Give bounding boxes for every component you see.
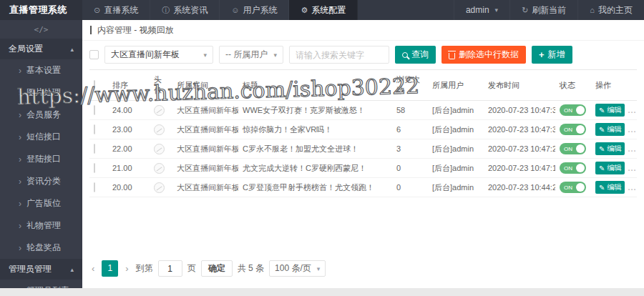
sidebar-item[interactable]: ›礼物管理: [0, 214, 82, 237]
empty-space: [82, 197, 644, 260]
sort-cell: 21.00: [108, 159, 150, 178]
pencil-icon: ✎: [599, 126, 605, 134]
user-icon: ☺: [231, 6, 239, 14]
edit-label: 编辑: [607, 105, 621, 115]
status-toggle[interactable]: ON: [560, 143, 586, 154]
breadcrumb: 内容管理 - 视频回放: [82, 20, 644, 41]
edit-button[interactable]: ✎编辑: [595, 181, 625, 194]
edit-button[interactable]: ✎编辑: [595, 104, 625, 117]
avatar: [154, 163, 165, 174]
sidebar-item[interactable]: ›短信接口: [0, 126, 82, 148]
avatar: [154, 105, 165, 116]
breadcrumb-text: 内容管理 - 视频回放: [97, 24, 174, 36]
goto-label: 到第: [136, 262, 153, 275]
search-button[interactable]: 查询: [395, 46, 436, 64]
toggle-on-label: ON: [560, 107, 572, 114]
table-row: 22.00大区直播间新年板C罗永不服老！加盟尤文全进球！3[后台]admin20…: [89, 139, 637, 159]
row-checkbox[interactable]: [94, 163, 95, 173]
edit-button[interactable]: ✎编辑: [595, 123, 625, 136]
top-menu-item[interactable]: ☺用户系统: [220, 0, 289, 20]
room-filter-select[interactable]: 大区直播间新年板 ▾: [104, 46, 213, 64]
row-checkbox[interactable]: [94, 182, 95, 192]
time-cell: 2020-07-23 10:47:12: [484, 159, 555, 178]
goto-page-input[interactable]: [158, 260, 182, 277]
sidebar-item-label: 资讯分类: [26, 175, 61, 187]
sidebar-item[interactable]: ›基本设置: [0, 59, 82, 82]
column-header: 头像: [150, 70, 172, 101]
status-toggle[interactable]: ON: [560, 162, 586, 174]
select-all-checkbox[interactable]: [94, 80, 95, 90]
row-checkbox[interactable]: [94, 105, 95, 115]
toggle-on-label: ON: [560, 146, 572, 152]
plus-icon: +: [539, 50, 545, 59]
more-actions[interactable]: ...: [628, 164, 636, 172]
views-cell: 58: [392, 101, 428, 120]
top-menu-item[interactable]: ⊙直播系统: [82, 0, 150, 20]
top-menu-label: 直播系统: [104, 4, 138, 16]
edit-label: 编辑: [607, 124, 621, 134]
info-icon: ⓘ: [162, 5, 170, 16]
select-all-checkbox-top[interactable]: [89, 50, 99, 59]
sidebar-group-title[interactable]: 全局设置▴: [0, 39, 82, 59]
row-checkbox[interactable]: [94, 124, 95, 134]
top-navbar: 直播管理系统 ⊙直播系统ⓘ系统资讯☺用户系统⚙系统配置 admin ▾ ↻刷新当…: [0, 0, 644, 20]
app-logo: 直播管理系统: [0, 0, 82, 20]
status-toggle[interactable]: ON: [560, 104, 586, 116]
video-icon: ⊙: [94, 6, 100, 15]
sidebar-group-title[interactable]: 管理员管理▴: [0, 259, 82, 280]
column-header: 标题: [238, 70, 392, 101]
per-page-select[interactable]: 100 条/页 ▾: [269, 260, 326, 277]
chevron-right-icon: ›: [19, 66, 21, 76]
top-menu-item[interactable]: ⓘ系统资讯: [150, 0, 220, 20]
user-filter-select[interactable]: -- 所属用户 ▾: [219, 46, 283, 64]
views-cell: 0: [392, 159, 428, 178]
status-toggle[interactable]: ON: [560, 124, 586, 135]
sidebar-item[interactable]: ›图片处理: [0, 82, 82, 104]
page-1-button[interactable]: 1: [102, 260, 118, 277]
top-menu-label: 用户系统: [243, 4, 277, 16]
prev-page-button[interactable]: ‹: [89, 263, 97, 274]
add-button[interactable]: + 新增: [532, 46, 572, 64]
views-cell: 3: [392, 139, 428, 159]
room-cell: 大区直播间新年板: [172, 139, 238, 159]
sidebar-group-label: 管理员管理: [9, 263, 52, 275]
status-toggle[interactable]: ON: [560, 182, 586, 193]
user-cell: [后台]admin: [428, 159, 484, 178]
user-cell: [后台]admin: [428, 101, 484, 120]
sidebar-item[interactable]: ›资讯分类: [0, 170, 82, 192]
top-action-homepage[interactable]: ⌂我的主页: [577, 0, 644, 20]
time-cell: 2020-07-23 10:44:26: [484, 178, 555, 197]
views-cell: 0: [392, 178, 428, 197]
user-menu[interactable]: admin ▾: [454, 0, 509, 20]
footer-strip: [0, 288, 644, 296]
more-actions[interactable]: ...: [628, 144, 636, 153]
delete-selected-button[interactable]: 删除选中行数据: [441, 46, 526, 64]
sidebar-item[interactable]: ›管理员列表: [0, 280, 82, 288]
more-actions[interactable]: ...: [628, 125, 636, 134]
keyword-search-input[interactable]: [289, 46, 389, 64]
chevron-right-icon: ›: [19, 221, 21, 231]
top-menu-label: 系统资讯: [173, 4, 208, 16]
collapse-sidebar-icon[interactable]: </>: [0, 20, 82, 39]
user-menu-label: admin: [466, 5, 489, 15]
chevron-right-icon: ›: [19, 199, 21, 209]
more-actions[interactable]: ...: [628, 183, 636, 192]
sidebar-item[interactable]: ›登陆接口: [0, 148, 82, 170]
edit-button[interactable]: ✎编辑: [595, 162, 625, 174]
top-menu-label: 系统配置: [311, 4, 346, 16]
top-action-refresh[interactable]: ↻刷新当前: [509, 0, 577, 20]
per-page-value: 100 条/页: [275, 262, 311, 275]
confirm-page-button[interactable]: 确定: [201, 260, 233, 277]
gear-icon: ⚙: [301, 6, 308, 15]
next-page-button[interactable]: ›: [123, 263, 130, 274]
more-actions[interactable]: ...: [628, 106, 636, 114]
row-checkbox[interactable]: [94, 144, 95, 154]
sidebar-item[interactable]: ›轮盘奖品: [0, 237, 82, 259]
sidebar-item[interactable]: ›广告版位: [0, 192, 82, 214]
top-menu-item[interactable]: ⚙系统配置: [289, 0, 358, 20]
video-table: 排序头像所属房间标题浏览次数所属用户发布时间状态操作 24.00大区直播间新年板…: [89, 69, 637, 197]
title-cell: 尤文完成大逆转！C罗硬刚西蒙尼！: [238, 159, 392, 178]
edit-button[interactable]: ✎编辑: [595, 142, 625, 155]
sidebar-item-label: 图片处理: [26, 87, 61, 99]
sidebar-item[interactable]: ›会员服务: [0, 104, 82, 126]
